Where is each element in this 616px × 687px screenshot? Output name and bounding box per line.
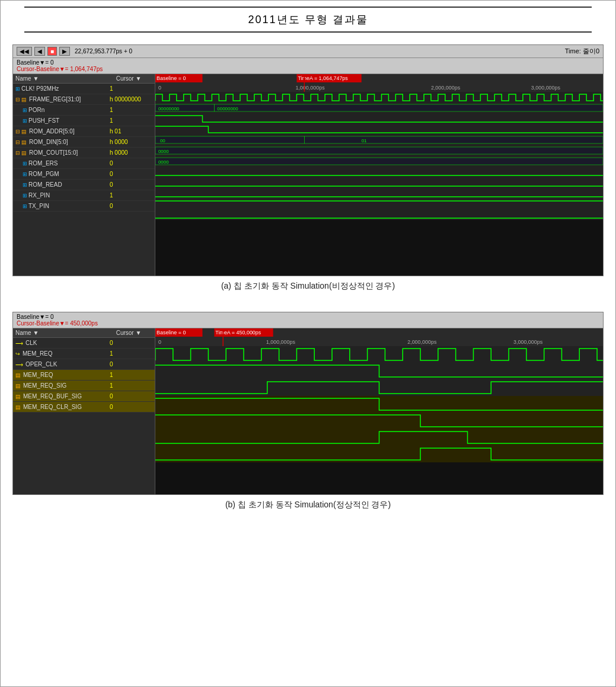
sig-cursor-1: h 00000000 [107, 96, 155, 103]
svg-text:0000: 0000 [158, 159, 169, 165]
sig2-cursor-3: 1 [107, 372, 155, 378]
sig-name-4: ROM_ADDR[5:0] [29, 128, 75, 135]
svg-text:TimeA = 450,000ps: TimeA = 450,000ps [215, 330, 261, 335]
wave-panel-2: Baseline = 0 TimeA = 450,000ps 0 1,000,0… [155, 328, 603, 494]
sig2-row-2[interactable]: ⟶ OPER_CLK 0 [13, 359, 155, 370]
svg-text:00000000: 00000000 [158, 106, 180, 111]
sig-icon-3: ⊞ [23, 118, 27, 124]
signal-name-header-2: Name ▼ [15, 330, 105, 336]
wave-panel-1: Baseline = 0 TimeA = 1,064,747ps 0 1,000… [155, 74, 603, 276]
svg-rect-22 [304, 136, 603, 143]
signal-row-5[interactable]: ⊟ ▤ ROM_DIN[5:0] h 0000 [13, 137, 155, 148]
sig2-row-0[interactable]: ⟶ CLK 0 [13, 338, 155, 349]
signal-header-1: Name ▼ Cursor ▼ [13, 74, 155, 84]
signal-cursor-header: Cursor ▼ [105, 75, 152, 82]
sig-icon-11: ⊞ [23, 203, 27, 209]
sig-cursor-10: 1 [107, 192, 155, 199]
svg-text:2,000,000ps: 2,000,000ps [431, 85, 461, 91]
signal-panel-2: Name ▼ Cursor ▼ ⟶ CLK 0 [13, 328, 155, 494]
sig2-icon-6: ▤ [15, 404, 21, 410]
sig-name-11: TX_PIN [28, 203, 49, 209]
sig2-row-4[interactable]: ▤ MEM_REQ_SIG 1 [13, 381, 155, 391]
signal-row-9[interactable]: ⊞ ROM_READ 0 [13, 180, 155, 190]
sig-bus-icon-4: ▤ [21, 129, 27, 135]
svg-text:Baseline = 0: Baseline = 0 [157, 330, 186, 335]
svg-text:1,000,000ps: 1,000,000ps [266, 339, 296, 345]
sig-name-5: ROM_DIN[5:0] [29, 139, 68, 145]
info-bar-2: Baseline▼= 0 Cursor-Baseline▼= 450,000ps [13, 312, 603, 328]
sig2-icon-2: ⟶ [15, 362, 23, 368]
sig-cursor-3: 1 [107, 117, 155, 124]
sig2-cursor-5: 0 [107, 393, 155, 400]
svg-rect-33 [155, 199, 603, 209]
signal-row-11[interactable]: ⊞ TX_PIN 0 [13, 201, 155, 212]
svg-rect-54 [155, 462, 603, 494]
signal-row-3[interactable]: ⊞ PUSH_FST 1 [13, 116, 155, 126]
caption-1: (a) 칩 초기화 동작 Simulation(비정상적인 경우) [1, 276, 615, 294]
toolbar-btn-back[interactable]: ◀ [34, 47, 45, 56]
sig-icon-2: ⊞ [23, 107, 27, 113]
signal-row-2[interactable]: ⊞ PORn 1 [13, 105, 155, 116]
svg-text:TimeA = 1,064,747ps: TimeA = 1,064,747ps [298, 75, 348, 81]
waveform-svg-2: Baseline = 0 TimeA = 450,000ps 0 1,000,0… [155, 328, 603, 494]
toolbar-1: ◀◀ ◀ ■ ▶ 22,672,953.777ps + 0 Time: 줄이0 [13, 45, 603, 58]
sig2-cursor-1: 1 [107, 350, 155, 357]
svg-text:3,000,000ps: 3,000,000ps [513, 339, 543, 345]
svg-rect-25 [155, 147, 603, 154]
waveform-svg-1: Baseline = 0 TimeA = 1,064,747ps 0 1,000… [155, 74, 603, 276]
sig-name-6: ROM_COUT[15:0] [29, 149, 78, 156]
toolbar-btn-stop[interactable]: ■ [47, 47, 57, 56]
sig2-icon-4: ▤ [15, 383, 21, 389]
signal-row-0[interactable]: ⊞ CLK! P92MHz 1 [13, 84, 155, 94]
signal-row-8[interactable]: ⊞ ROM_PGM 0 [13, 169, 155, 180]
sig-icon-7: ⊞ [23, 161, 27, 167]
sig2-row-6[interactable]: ▤ MEM_REQ_CLR_SIG 0 [13, 402, 155, 413]
signal-row-10[interactable]: ⊞ RX_PIN 1 [13, 190, 155, 201]
toolbar-btn-rewind[interactable]: ◀◀ [17, 47, 32, 56]
sig2-name-4: MEM_REQ_SIG [23, 382, 66, 389]
svg-text:0000: 0000 [158, 149, 169, 154]
svg-text:2,000,000ps: 2,000,000ps [407, 339, 437, 345]
signal-row-6[interactable]: ⊟ ▤ ROM_COUT[15:0] h 0000 [13, 148, 155, 158]
signal-row-4[interactable]: ⊟ ▤ ROM_ADDR[5:0] h 01 [13, 126, 155, 137]
sig-icon-8: ⊞ [23, 171, 27, 177]
sig2-row-1[interactable]: ↪ MEM_REQ 1 [13, 349, 155, 359]
baseline-info-2: Baseline▼= 0 [17, 314, 53, 320]
sig-icon-10: ⊞ [23, 193, 27, 199]
signal-row-1[interactable]: ⊟ ▤ FRAME_REG[31:0] h 00000000 [13, 94, 155, 105]
sig-cursor-11: 0 [107, 203, 155, 209]
sig-bus-icon-1: ▤ [21, 97, 27, 103]
sim-main-2: Name ▼ Cursor ▼ ⟶ CLK 0 [13, 328, 603, 494]
sig-cursor-9: 0 [107, 181, 155, 188]
sig-cursor-2: 1 [107, 107, 155, 113]
sig-name-0: CLK! P92MHz [21, 85, 59, 92]
svg-text:1,000,000ps: 1,000,000ps [295, 85, 325, 91]
signal-panel-1: Name ▼ Cursor ▼ ⊞ CLK! P92MHz 1 [13, 74, 155, 276]
sig2-icon-0: ⟶ [15, 340, 23, 346]
sig-name-3: PUSH_FST [28, 117, 59, 124]
cursor-info-2: Cursor-Baseline▼= 450,000ps [17, 320, 599, 327]
sim-main-1: Name ▼ Cursor ▼ ⊞ CLK! P92MHz 1 [13, 74, 603, 276]
svg-rect-28 [155, 158, 603, 165]
sig-icon-0: ⊞ [15, 86, 20, 92]
signal-header-2: Name ▼ Cursor ▼ [13, 328, 155, 338]
svg-text:00000000: 00000000 [217, 106, 238, 111]
sig-cursor-5: h 0000 [107, 139, 155, 145]
sig-cursor-7: 0 [107, 160, 155, 167]
sig2-icon-5: ▤ [15, 394, 21, 400]
baseline-info-1: Baseline▼= 0 [17, 59, 53, 66]
sig2-row-3[interactable]: ▤ MEM_REQ 1 [13, 370, 155, 381]
sig-icon-1: ⊟ [15, 97, 20, 103]
svg-text:00: 00 [160, 138, 165, 143]
sig2-cursor-6: 0 [107, 404, 155, 410]
toolbar-time-label: Time: 줄이0 [565, 47, 599, 56]
sig2-row-5[interactable]: ▤ MEM_REQ_BUF_SIG 0 [13, 391, 155, 402]
sig2-icon-1: ↪ [15, 351, 20, 357]
svg-text:0: 0 [158, 339, 161, 345]
sig2-name-5: MEM_REQ_BUF_SIG [23, 393, 82, 400]
sig-name-2: PORn [28, 107, 44, 113]
signal-row-7[interactable]: ⊞ ROM_ERS 0 [13, 158, 155, 169]
sig2-cursor-2: 0 [107, 361, 155, 368]
toolbar-btn-play[interactable]: ▶ [59, 47, 70, 56]
signal-name-header: Name ▼ [15, 75, 105, 82]
